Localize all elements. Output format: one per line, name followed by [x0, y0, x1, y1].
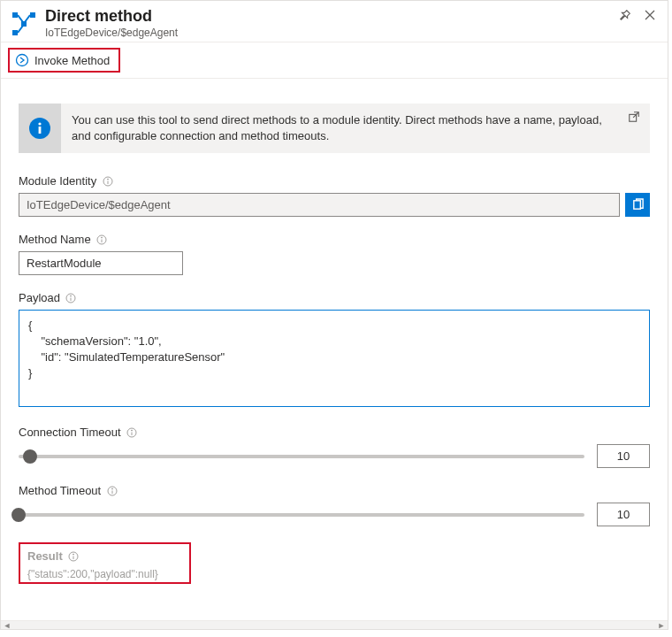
direct-method-icon — [8, 8, 40, 40]
connection-timeout-field: Connection Timeout 10 — [19, 426, 650, 468]
payload-field: Payload — [19, 291, 650, 410]
svg-rect-12 — [39, 127, 42, 134]
toolbar: Invoke Method — [1, 42, 668, 79]
result-label: Result — [27, 549, 63, 563]
invoke-highlight: Invoke Method — [8, 48, 120, 73]
svg-line-6 — [18, 26, 23, 33]
svg-rect-2 — [12, 30, 18, 35]
invoke-method-button[interactable]: Invoke Method — [11, 51, 113, 69]
content-area: You can use this tool to send direct met… — [1, 79, 668, 620]
invoke-arrow-icon — [15, 53, 29, 67]
info-banner-text: You can use this tool to send direct met… — [61, 104, 618, 153]
info-icon[interactable] — [126, 426, 138, 438]
method-timeout-slider[interactable] — [19, 506, 584, 524]
module-identity-field: Module Identity — [19, 174, 650, 217]
page-subtitle: IoTEdgeDevice/$edgeAgent — [45, 26, 618, 40]
copy-button[interactable] — [625, 193, 650, 217]
pane-header: Direct method IoTEdgeDevice/$edgeAgent — [1, 1, 668, 42]
svg-point-26 — [132, 430, 133, 431]
scroll-left-arrow[interactable]: ◄ — [1, 621, 13, 630]
info-icon — [19, 104, 61, 153]
svg-rect-17 — [633, 201, 640, 209]
result-highlight: Result {"status":200,"payload":null} — [19, 542, 191, 584]
method-timeout-value[interactable]: 10 — [597, 503, 650, 526]
close-button[interactable] — [643, 8, 657, 22]
pin-button[interactable] — [618, 8, 632, 22]
scroll-right-arrow[interactable]: ► — [655, 621, 668, 630]
info-icon[interactable] — [96, 234, 108, 245]
svg-point-16 — [107, 179, 108, 180]
invoke-method-label: Invoke Method — [34, 54, 110, 67]
info-icon[interactable] — [106, 485, 118, 496]
svg-line-4 — [18, 15, 23, 22]
module-identity-input[interactable] — [19, 193, 620, 217]
info-icon[interactable] — [68, 550, 80, 562]
payload-label: Payload — [19, 291, 60, 304]
svg-point-9 — [17, 55, 28, 66]
method-name-input[interactable] — [19, 251, 183, 275]
svg-point-23 — [71, 295, 72, 296]
svg-line-5 — [25, 15, 30, 22]
result-section: Result {"status":200,"payload":null} — [19, 542, 650, 584]
connection-timeout-label: Connection Timeout — [19, 426, 121, 439]
result-value: {"status":200,"payload":null} — [27, 568, 182, 580]
payload-textarea[interactable] — [19, 310, 650, 407]
info-icon[interactable] — [102, 175, 113, 187]
svg-point-20 — [102, 237, 103, 238]
info-icon[interactable] — [65, 292, 77, 303]
svg-point-29 — [111, 488, 112, 489]
horizontal-scrollbar[interactable]: ◄ ► — [1, 620, 668, 629]
info-external-link[interactable] — [618, 104, 650, 153]
module-identity-label: Module Identity — [19, 174, 96, 188]
method-timeout-label: Method Timeout — [19, 484, 101, 497]
connection-timeout-slider[interactable] — [19, 448, 584, 465]
method-name-field: Method Name — [19, 233, 650, 275]
slider-thumb[interactable] — [23, 449, 37, 464]
connection-timeout-value[interactable]: 10 — [597, 444, 650, 468]
svg-rect-0 — [12, 12, 18, 18]
svg-rect-1 — [30, 12, 35, 18]
info-banner: You can use this tool to send direct met… — [19, 104, 650, 153]
svg-point-32 — [73, 554, 74, 555]
method-timeout-field: Method Timeout 10 — [19, 484, 650, 526]
method-name-label: Method Name — [19, 233, 91, 246]
slider-thumb[interactable] — [11, 508, 26, 522]
page-title: Direct method — [45, 6, 618, 26]
svg-point-11 — [38, 122, 41, 125]
